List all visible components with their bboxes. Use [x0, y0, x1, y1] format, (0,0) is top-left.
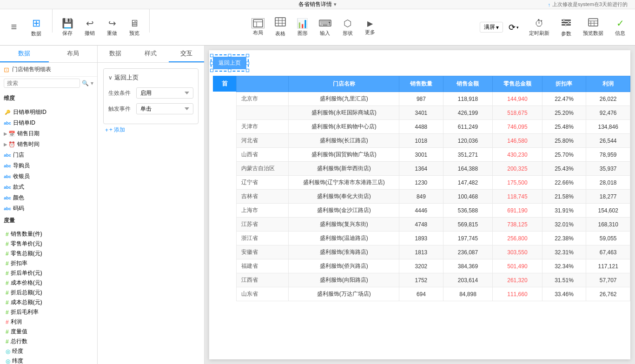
refresh-button[interactable]: ⟳▾ [504, 20, 523, 34]
header-store: 门店名称 [289, 76, 399, 92]
header-profit: 利润 [586, 76, 630, 92]
hash-icon: # [6, 329, 9, 335]
list-item[interactable]: ◎经度 [4, 346, 93, 356]
input-button[interactable]: ⌨ 输入 [314, 16, 337, 39]
header-discount: 折扣率 [542, 76, 586, 92]
svg-rect-3 [275, 18, 285, 26]
list-item[interactable]: #折扣率 [4, 258, 93, 268]
dropdown-icon[interactable]: ▾ [91, 80, 93, 86]
list-item[interactable]: abc 颜色 [2, 192, 95, 203]
back-section: ∨ 返回上页 生效条件 启用 禁用 触发事件 单击 [103, 68, 198, 124]
effect-row: 生效条件 启用 禁用 [108, 87, 193, 99]
table-row: 天津市 盛利服饰(永旺购物中心店) 4488 611,249 746,095 2… [237, 120, 630, 134]
hash-icon: # [6, 270, 9, 277]
undo-button[interactable]: ↩ 撤销 [79, 16, 101, 39]
data-table-container[interactable]: 门店名称 销售数量 销售金额 零售总金额 折扣率 利润 北京市 盛利服饰(九里汇… [236, 76, 630, 359]
timer-button[interactable]: ⏱ 定时刷新 [524, 16, 554, 39]
dimensions-list: 🔑 日销单明细ID abc 日销单ID ▶ 📅 销售日期 ▶ ⏰ 销售时间 [0, 107, 97, 212]
svg-point-12 [568, 21, 569, 23]
hash-icon: # [6, 251, 9, 257]
svg-point-11 [563, 19, 565, 21]
tab-interact[interactable]: 交互 [169, 46, 204, 62]
chart-button[interactable]: 📊 图形 [291, 16, 314, 39]
list-item[interactable]: #折后毛利率 [4, 307, 93, 317]
search-input[interactable] [4, 79, 80, 88]
list-item[interactable]: abc 导购员 [2, 160, 95, 171]
tab-layout[interactable]: 布局 [49, 46, 98, 62]
svg-point-13 [565, 24, 567, 26]
list-item[interactable]: #销售数量(件) [4, 229, 93, 239]
table-row: 盛利服饰(永旺国际商城店) 3401 426,199 518,675 25.20… [237, 106, 630, 120]
list-item[interactable]: abc 款式 [2, 182, 95, 192]
info-button[interactable]: ✓ 信息 [609, 16, 631, 39]
time-icon: ⏰ [8, 141, 15, 148]
list-item[interactable]: 🔑 日销单明细ID [2, 107, 95, 118]
hash-icon: # [6, 309, 9, 316]
list-item[interactable]: ◎纬度 [4, 356, 93, 364]
effect-select[interactable]: 启用 禁用 [136, 87, 193, 99]
table-row: 吉林省 盛利服饰(奉化大街店) 849 100,468 118,745 21.5… [237, 190, 630, 204]
back-button-component[interactable]: 返回上页 [213, 57, 246, 69]
back-to-page-button[interactable]: 返回上页 [213, 57, 246, 69]
redo-button[interactable]: ↪ 重做 [101, 16, 123, 39]
list-item[interactable]: ▶ ⏰ 销售时间 [2, 139, 95, 150]
back-section-title[interactable]: ∨ 返回上页 [108, 73, 193, 82]
table-button[interactable]: 表格 [269, 15, 291, 39]
previewdata-button[interactable]: 预览数据 [578, 16, 608, 39]
list-item[interactable]: #成本总额(元) [4, 298, 93, 307]
list-item[interactable]: #度量值 [4, 327, 93, 337]
list-item[interactable]: abc 门店 [2, 150, 95, 160]
header-region [237, 76, 289, 92]
expand-icon[interactable]: ▶ [4, 142, 7, 147]
table-row: 辽宁省 盛利服饰(辽宁东港市东港路三店) 1230 147,482 175,50… [237, 176, 630, 190]
more-button[interactable]: ▶ 更多 [359, 17, 381, 38]
layout-button[interactable]: 布局 [247, 16, 269, 38]
preview-button[interactable]: 🖥 预览 [123, 16, 146, 39]
list-item[interactable]: abc 日销单ID [2, 118, 95, 128]
data-table: 门店名称 销售数量 销售金额 零售总金额 折扣率 利润 北京市 盛利服饰(九里汇… [236, 76, 630, 301]
shape-button[interactable]: ⬡ 形状 [337, 16, 359, 39]
list-item[interactable]: #零售单价(元) [4, 239, 93, 249]
list-item[interactable]: #折后单价(元) [4, 268, 93, 278]
header-sales: 销售金额 [443, 76, 492, 92]
table-row: 江西省 盛利服饰(向阳路店) 1752 203,614 261,320 31.5… [237, 273, 630, 287]
geo-icon: ◎ [6, 358, 10, 364]
title-chevron-icon[interactable]: ▾ [334, 1, 337, 7]
list-item[interactable]: abc 码码 [2, 203, 95, 212]
list-item[interactable]: #零售总额(元) [4, 249, 93, 258]
menu-button[interactable]: ≡ [3, 19, 25, 36]
tab-data-props[interactable]: 数据 [98, 46, 133, 62]
abc-icon: abc [4, 205, 11, 212]
list-item[interactable]: #总行数 [4, 337, 93, 346]
trigger-label: 触发事件 [108, 105, 136, 113]
save-button[interactable]: 💾 保存 [56, 16, 79, 39]
geo-icon: ◎ [6, 348, 10, 355]
params-button[interactable]: 参数 [555, 16, 577, 39]
svg-rect-0 [253, 20, 263, 27]
fullscreen-button[interactable]: 满屏 ▾ [480, 22, 503, 33]
list-item[interactable]: #成本价格(元) [4, 278, 93, 288]
left-panel-tabs: 数据 布局 [0, 46, 97, 63]
list-item[interactable]: #折后总额(元) [4, 288, 93, 298]
trigger-select[interactable]: 单击 双击 [136, 103, 193, 114]
hash-icon: # [6, 290, 9, 296]
trigger-row: 触发事件 单击 双击 [108, 103, 193, 114]
dataset-name: 门店销售明细表 [12, 66, 93, 73]
add-action-button[interactable]: + + 添加 [103, 124, 198, 136]
data-button[interactable]: ⊞ 数据 [25, 15, 47, 39]
expand-icon[interactable]: ▶ [4, 131, 7, 136]
table-row: 安徽省 盛利服饰(淮海路店) 1813 236,087 303,550 32.3… [237, 245, 630, 259]
handle-tr [246, 54, 249, 57]
middle-panel-tabs: 数据 样式 交互 [98, 46, 204, 63]
table-row: 浙江省 盛利服饰(温迪路店) 1893 197,745 256,800 22.3… [237, 232, 630, 245]
tab-data[interactable]: 数据 [0, 46, 49, 62]
list-item[interactable]: #利润 [4, 317, 93, 327]
hash-icon: # [6, 338, 9, 345]
table-row: 河北省 盛利服饰(长江路店) 1018 120,036 146,580 25.8… [237, 134, 630, 148]
measures-list: #销售数量(件) #零售单价(元) #零售总额(元) #折扣率 #折后单价(元)… [0, 229, 97, 364]
table-row: 福建省 盛利服饰(侨兴路店) 3202 384,369 501,490 32.3… [237, 259, 630, 273]
tab-style[interactable]: 样式 [133, 46, 168, 62]
list-item[interactable]: abc 收银员 [2, 171, 95, 182]
last-edit-info: ↑ 上次修改是system在3天前进行的 [548, 1, 628, 8]
list-item[interactable]: ▶ 📅 销售日期 [2, 128, 95, 139]
